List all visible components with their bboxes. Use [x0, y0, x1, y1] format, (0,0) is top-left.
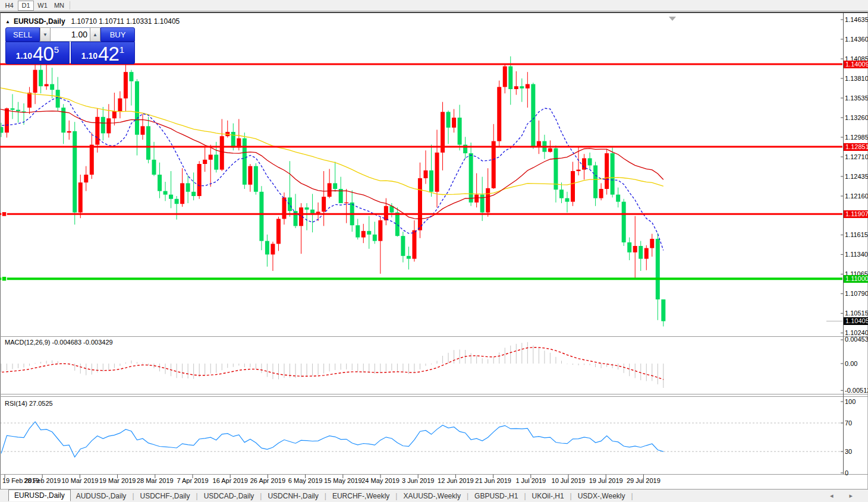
sell-button[interactable]: SELL — [5, 27, 40, 42]
date-axis-label: 19 Mar 2019 — [98, 477, 138, 484]
volume-input[interactable] — [51, 27, 90, 42]
rsi-indicator-label: RSI(14) 27.0525 — [5, 400, 53, 407]
price-axis-label: 1.11615 — [845, 231, 868, 238]
price-axis-label: 1.10790 — [845, 290, 868, 297]
date-axis-label: 7 Apr 2019 — [172, 477, 213, 484]
sell-price-pip: 5 — [54, 45, 59, 55]
chart-symbol-label: EURUSD-,Daily — [14, 17, 65, 26]
sell-price-prefix: 1.10 — [16, 51, 32, 61]
date-axis-label: 29 Jul 2019 — [623, 477, 663, 484]
buy-price-big: 42 — [98, 45, 119, 63]
price-axis-label: 1.13535 — [845, 94, 868, 102]
date-axis-label: 26 Apr 2019 — [247, 477, 288, 484]
macd-indicator-label: MACD(12,26,9) -0.004683 -0.003429 — [5, 339, 113, 346]
macd-axis-label: 0.00 — [845, 360, 857, 367]
collapse-triangle-icon[interactable]: ▲ — [5, 19, 10, 24]
date-axis-label: 28 Feb 2019 — [22, 477, 62, 484]
date-axis-label: 19 Jul 2019 — [586, 477, 626, 484]
chart-shift-marker-icon[interactable] — [669, 17, 676, 21]
rsi-axis-label: 100 — [845, 398, 856, 405]
price-axis-label: 1.11340 — [845, 251, 868, 258]
volume-decrease-button[interactable]: ▼ — [40, 27, 51, 42]
date-axis-label: 10 Mar 2019 — [59, 477, 100, 484]
price-badge-1.11000: 1.11000 — [844, 275, 868, 283]
sell-price-display[interactable]: 1.10405 — [5, 42, 70, 64]
chart-plot-area[interactable] — [0, 0, 868, 502]
date-axis-label: 28 Mar 2019 — [135, 477, 175, 484]
date-axis-label: 16 Apr 2019 — [210, 477, 250, 484]
buy-price-pip: 1 — [119, 45, 124, 55]
rsi-axis-label: 30 — [845, 448, 852, 455]
price-axis-label: 1.12435 — [845, 173, 868, 180]
price-axis-label: 1.12160 — [845, 192, 868, 200]
date-axis-label: 21 Jun 2019 — [473, 477, 514, 484]
date-axis-label: 24 May 2019 — [360, 477, 401, 484]
rsi-axis-label: 70 — [845, 419, 852, 427]
one-click-trade-panel: SELL ▼ ▲ BUY 1.10405 1.10421 — [5, 27, 135, 64]
date-axis-label: 3 Jun 2019 — [398, 477, 438, 484]
buy-price-display[interactable]: 1.10421 — [71, 42, 135, 64]
volume-spinner: ▼ ▲ — [40, 27, 100, 42]
price-axis-label: 1.13810 — [845, 75, 868, 82]
macd-axis-label: 0.004532 — [845, 336, 868, 343]
price-axis-label: 1.10515 — [845, 310, 868, 317]
price-badge-1.12851: 1.12851 — [844, 143, 868, 151]
price-axis-label: 1.10240 — [845, 329, 868, 336]
price-axis-label: 1.12710 — [845, 153, 868, 160]
rsi-axis-label: 0 — [845, 469, 848, 476]
price-axis-label: 1.14360 — [845, 36, 868, 43]
price-axis-label: 1.12985 — [845, 134, 868, 141]
sell-price-big: 40 — [33, 45, 54, 63]
chart-header: ▲EURUSD-,Daily1.10710 1.10711 1.10331 1.… — [5, 17, 180, 26]
volume-increase-button[interactable]: ▲ — [90, 27, 100, 42]
date-axis-label: 15 May 2019 — [323, 477, 363, 484]
buy-button[interactable]: BUY — [100, 27, 135, 42]
buy-price-prefix: 1.10 — [81, 51, 98, 61]
price-badge-1.10405: 1.10405 — [844, 317, 868, 325]
macd-axis-label: -0.005122 — [845, 387, 868, 394]
date-axis-label: 6 May 2019 — [285, 477, 326, 484]
price-axis-label: 1.13260 — [845, 114, 868, 121]
price-axis-label: 1.14635 — [845, 16, 868, 23]
price-badge-1.14009: 1.14009 — [844, 61, 868, 68]
date-axis-label: 12 Jun 2019 — [435, 477, 476, 484]
date-axis-label: 1 Jul 2019 — [511, 477, 551, 484]
date-axis-label: 10 Jul 2019 — [548, 477, 589, 484]
chart-ohlc-values: 1.10710 1.10711 1.10331 1.10405 — [71, 17, 180, 26]
price-badge-1.11907: 1.11907 — [844, 210, 868, 218]
